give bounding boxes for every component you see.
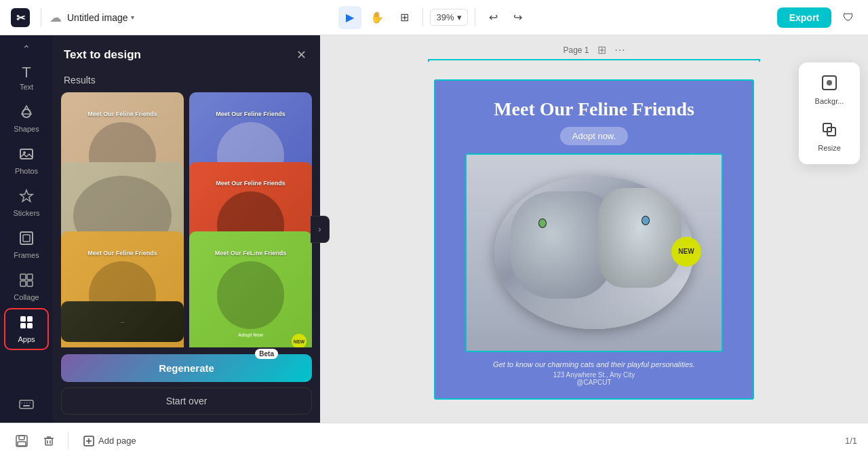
sidebar-item-text[interactable]: T Text	[5, 60, 47, 96]
layout-tool-button[interactable]: ⊞	[393, 6, 416, 29]
sidebar-item-photos-label: Photos	[15, 167, 38, 175]
shapes-icon	[19, 104, 34, 122]
svg-rect-13	[20, 316, 26, 322]
canvas-content: Meet Our Feline Friends Adopt now.	[320, 35, 868, 423]
shield-icon-button[interactable]: 🛡	[837, 6, 860, 29]
design-inner: Meet Our Feline Friends Adopt now.	[434, 79, 754, 400]
title-chevron-icon: ▾	[131, 14, 134, 21]
bottom-toolbar: Add page 1/1	[0, 423, 868, 458]
svg-rect-30	[45, 438, 52, 445]
card-6-title: Meet Our FeLine Friends	[212, 248, 290, 259]
svg-rect-16	[27, 323, 33, 328]
svg-marker-6	[20, 190, 33, 202]
app-logo[interactable]: ✂	[8, 5, 33, 30]
sidebar-item-collage[interactable]: Collage	[5, 267, 47, 307]
keyboard-icon	[19, 397, 34, 412]
design-main-title: Meet Our Feline Friends	[494, 98, 694, 120]
design-footer: Get to know our charming cats and their …	[493, 360, 695, 386]
card-7-title: ...	[117, 317, 127, 326]
adopt-button-design[interactable]: Adopt now.	[560, 127, 628, 145]
sidebar-item-stickers-label: Stickers	[13, 209, 39, 217]
panel-header: Text to design ✕	[53, 35, 320, 72]
panel: Text to design ✕ Results Meet Our Feline…	[53, 35, 320, 423]
card-1-title: Meet Our Feline Friends	[85, 109, 160, 119]
sidebar-item-shapes[interactable]: Shapes	[5, 99, 47, 138]
cloud-icon: ☁	[50, 10, 62, 25]
footer-main-text: Get to know our charming cats and their …	[493, 360, 695, 368]
panel-close-button[interactable]: ✕	[294, 45, 309, 65]
sidebar-item-keyboard[interactable]	[5, 392, 47, 417]
svg-rect-9	[20, 274, 26, 280]
page-label-row: Page 1 ⊞ ⋯	[563, 43, 625, 56]
page-more-button[interactable]: ⋯	[614, 43, 625, 56]
apps-icon	[19, 315, 34, 332]
topbar: ✂ ☁ Untitled image ▾ ▶ ✋ ⊞ 39% ▾ ↩ ↪ Exp…	[0, 0, 868, 35]
main-layout: ⌃ T Text Shapes Photos Stickers	[0, 35, 868, 423]
redo-button[interactable]: ↪	[507, 6, 530, 29]
canvas-area: Page 1 ⊞ ⋯ Meet Our Feline Friends Adopt…	[320, 35, 868, 423]
panel-collapse-button[interactable]: ›	[311, 216, 330, 243]
delete-button[interactable]	[38, 430, 60, 452]
stickers-icon	[19, 189, 34, 206]
card-2-title: Meet Our Feline Friends	[213, 109, 288, 119]
collage-icon	[19, 273, 34, 290]
frames-icon	[19, 231, 34, 248]
cat-oval	[494, 176, 693, 328]
design-canvas[interactable]: Meet Our Feline Friends Adopt now.	[434, 79, 754, 400]
topbar-left: ✂ ☁ Untitled image ▾	[8, 5, 333, 30]
svg-point-24	[827, 80, 832, 85]
background-label: Backgr...	[815, 97, 844, 105]
hand-tool-button[interactable]: ✋	[366, 6, 389, 29]
sidebar-item-photos[interactable]: Photos	[5, 141, 47, 180]
sidebar-item-frames[interactable]: Frames	[5, 225, 47, 265]
sidebar-item-shapes-label: Shapes	[14, 125, 39, 133]
footer-address: 123 Anywhere St., Any City	[493, 371, 695, 379]
template-card-7[interactable]: ...	[61, 301, 184, 342]
save-to-disk-button[interactable]	[11, 430, 33, 452]
sidebar-item-text-label: Text	[20, 83, 33, 91]
file-title: Untitled image	[67, 12, 128, 23]
background-button[interactable]: Backgr...	[806, 69, 853, 111]
panel-actions: Beta Regenerate Start over	[53, 347, 320, 423]
page-fullscreen-icon[interactable]: ⊞	[597, 43, 606, 56]
card-6-subtitle: Adopt Now	[235, 332, 266, 338]
svg-rect-28	[19, 436, 24, 440]
svg-text:✂: ✂	[16, 12, 26, 24]
file-title-area[interactable]: Untitled image ▾	[67, 12, 134, 23]
zoom-control[interactable]: 39% ▾	[430, 9, 467, 26]
template-card-6[interactable]: Meet Our FeLine Friends Adopt Now NEW	[189, 231, 312, 347]
card-5-title: Meet Our Feline Friends	[85, 248, 160, 259]
svg-rect-11	[20, 281, 26, 286]
results-label: Results	[53, 72, 320, 92]
svg-rect-22	[23, 405, 30, 406]
sidebar-item-stickers[interactable]: Stickers	[5, 183, 47, 223]
cursor-tool-button[interactable]: ▶	[338, 6, 361, 29]
undo-redo-group: ↩ ↪	[482, 6, 530, 29]
svg-rect-29	[18, 442, 26, 446]
footer-handle: @CAPCUT	[493, 379, 695, 386]
svg-rect-17	[20, 400, 33, 408]
resize-label: Resize	[818, 144, 841, 152]
svg-rect-10	[27, 274, 33, 280]
regenerate-button[interactable]: Beta Regenerate	[61, 354, 312, 382]
start-over-button[interactable]: Start over	[61, 387, 312, 415]
image-selection-box[interactable]: NEW	[465, 153, 723, 352]
resize-button[interactable]: Resize	[806, 116, 853, 157]
svg-rect-8	[23, 235, 30, 242]
card-6-badge: NEW	[292, 334, 307, 347]
cat-paw-area	[494, 283, 693, 329]
divider3	[475, 8, 475, 27]
svg-rect-15	[20, 323, 26, 328]
sidebar-item-frames-label: Frames	[14, 251, 39, 259]
right-float-panel: Backgr... Resize	[799, 62, 860, 164]
divider2	[422, 8, 423, 27]
divider	[41, 8, 41, 27]
add-page-button[interactable]: Add page	[77, 433, 143, 449]
bottom-divider	[68, 433, 68, 449]
sidebar-item-apps[interactable]: Apps	[5, 309, 47, 349]
sidebar-chevron-up-icon[interactable]: ⌃	[22, 43, 31, 54]
background-icon	[821, 75, 837, 94]
page-counter: 1/1	[845, 436, 857, 446]
undo-button[interactable]: ↩	[482, 6, 505, 29]
export-button[interactable]: Export	[777, 7, 831, 28]
